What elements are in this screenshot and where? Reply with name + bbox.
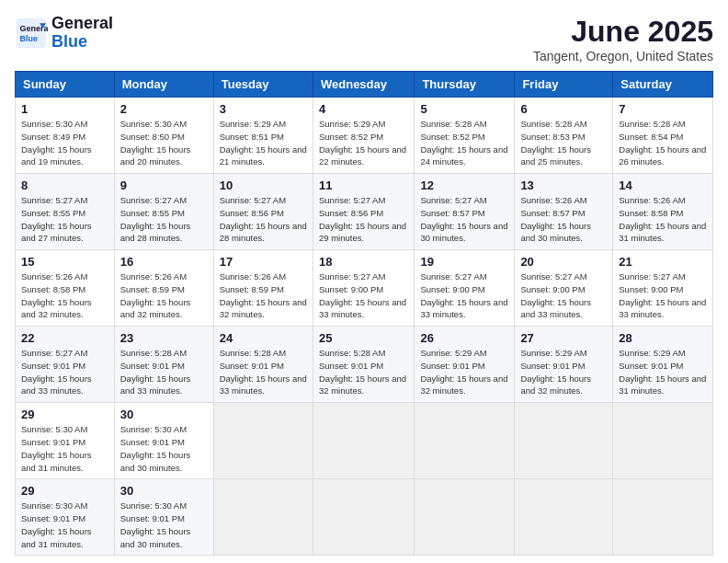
calendar-day-25: 25Sunrise: 5:28 AMSunset: 9:01 PMDayligh… (313, 327, 414, 403)
calendar-week-1: 1Sunrise: 5:30 AMSunset: 8:49 PMDaylight… (16, 98, 713, 174)
calendar-empty-cell (213, 479, 313, 556)
calendar-day-30: 30Sunrise: 5:30 AMSunset: 9:01 PMDayligh… (114, 479, 213, 556)
calendar-day-27: 27Sunrise: 5:29 AMSunset: 9:01 PMDayligh… (515, 327, 613, 403)
calendar-week-5: 29Sunrise: 5:30 AMSunset: 9:01 PMDayligh… (16, 403, 713, 479)
calendar-day-13: 13Sunrise: 5:26 AMSunset: 8:57 PMDayligh… (515, 174, 613, 250)
calendar-day-7: 7Sunrise: 5:28 AMSunset: 8:54 PMDaylight… (613, 98, 713, 174)
calendar-day-9: 9Sunrise: 5:27 AMSunset: 8:55 PMDaylight… (114, 174, 213, 250)
calendar-day-2: 2Sunrise: 5:30 AMSunset: 8:50 PMDaylight… (114, 98, 213, 174)
calendar-week-4: 22Sunrise: 5:27 AMSunset: 9:01 PMDayligh… (16, 327, 713, 403)
logo-icon: General Blue (15, 17, 48, 50)
calendar-week-6: 29Sunrise: 5:30 AMSunset: 9:01 PMDayligh… (16, 479, 713, 556)
calendar-day-20: 20Sunrise: 5:27 AMSunset: 9:00 PMDayligh… (515, 250, 613, 327)
calendar-day-17: 17Sunrise: 5:26 AMSunset: 8:59 PMDayligh… (213, 250, 313, 327)
calendar-day-23: 23Sunrise: 5:28 AMSunset: 9:01 PMDayligh… (114, 327, 213, 403)
calendar-day-15: 15Sunrise: 5:26 AMSunset: 8:58 PMDayligh… (16, 250, 115, 327)
calendar-day-29: 29Sunrise: 5:30 AMSunset: 9:01 PMDayligh… (16, 479, 115, 556)
weekday-header-monday: Monday (114, 72, 213, 98)
calendar-day-11: 11Sunrise: 5:27 AMSunset: 8:56 PMDayligh… (313, 174, 414, 250)
calendar-day-24: 24Sunrise: 5:28 AMSunset: 9:01 PMDayligh… (213, 327, 313, 403)
calendar-day-6: 6Sunrise: 5:28 AMSunset: 8:53 PMDaylight… (515, 98, 613, 174)
calendar-empty-cell (613, 403, 713, 479)
calendar-day-14: 14Sunrise: 5:26 AMSunset: 8:58 PMDayligh… (613, 174, 713, 250)
weekday-header-sunday: Sunday (16, 72, 115, 98)
calendar-empty-cell (415, 403, 515, 479)
calendar-empty-cell (613, 479, 713, 556)
calendar-day-30: 30Sunrise: 5:30 AMSunset: 9:01 PMDayligh… (114, 403, 213, 479)
calendar-day-18: 18Sunrise: 5:27 AMSunset: 9:00 PMDayligh… (313, 250, 414, 327)
calendar-empty-cell (515, 403, 613, 479)
weekday-header-friday: Friday (515, 72, 613, 98)
weekday-header-wednesday: Wednesday (313, 72, 414, 98)
calendar-day-16: 16Sunrise: 5:26 AMSunset: 8:59 PMDayligh… (114, 250, 213, 327)
title-section: June 2025 Tangent, Oregon, United States (533, 15, 713, 63)
calendar-day-5: 5Sunrise: 5:28 AMSunset: 8:52 PMDaylight… (415, 98, 515, 174)
calendar-day-26: 26Sunrise: 5:29 AMSunset: 9:01 PMDayligh… (415, 327, 515, 403)
calendar-day-4: 4Sunrise: 5:29 AMSunset: 8:52 PMDaylight… (313, 98, 414, 174)
calendar-day-1: 1Sunrise: 5:30 AMSunset: 8:49 PMDaylight… (16, 98, 115, 174)
calendar-empty-cell (213, 403, 313, 479)
calendar-day-28: 28Sunrise: 5:29 AMSunset: 9:01 PMDayligh… (613, 327, 713, 403)
weekday-header-saturday: Saturday (613, 72, 713, 98)
calendar-week-3: 15Sunrise: 5:26 AMSunset: 8:58 PMDayligh… (16, 250, 713, 327)
location: Tangent, Oregon, United States (533, 49, 713, 63)
logo-text: General Blue (51, 15, 113, 52)
calendar-day-29: 29Sunrise: 5:30 AMSunset: 9:01 PMDayligh… (16, 403, 115, 479)
weekday-header-thursday: Thursday (415, 72, 515, 98)
calendar-day-21: 21Sunrise: 5:27 AMSunset: 9:00 PMDayligh… (613, 250, 713, 327)
calendar-day-12: 12Sunrise: 5:27 AMSunset: 8:57 PMDayligh… (415, 174, 515, 250)
calendar-empty-cell (313, 403, 414, 479)
calendar-empty-cell (313, 479, 414, 556)
svg-text:Blue: Blue (19, 34, 38, 43)
page-header: General Blue General Blue June 2025 Tang… (15, 15, 713, 63)
calendar-day-3: 3Sunrise: 5:29 AMSunset: 8:51 PMDaylight… (213, 98, 313, 174)
calendar-day-22: 22Sunrise: 5:27 AMSunset: 9:01 PMDayligh… (16, 327, 115, 403)
weekday-header-row: SundayMondayTuesdayWednesdayThursdayFrid… (16, 72, 713, 98)
calendar-empty-cell (415, 479, 515, 556)
calendar-day-10: 10Sunrise: 5:27 AMSunset: 8:56 PMDayligh… (213, 174, 313, 250)
weekday-header-tuesday: Tuesday (213, 72, 313, 98)
month-title: June 2025 (533, 15, 713, 49)
logo: General Blue General Blue (15, 15, 113, 52)
calendar-empty-cell (515, 479, 613, 556)
calendar-day-19: 19Sunrise: 5:27 AMSunset: 9:00 PMDayligh… (415, 250, 515, 327)
calendar: SundayMondayTuesdayWednesdayThursdayFrid… (15, 71, 713, 556)
calendar-day-8: 8Sunrise: 5:27 AMSunset: 8:55 PMDaylight… (16, 174, 115, 250)
calendar-week-2: 8Sunrise: 5:27 AMSunset: 8:55 PMDaylight… (16, 174, 713, 250)
